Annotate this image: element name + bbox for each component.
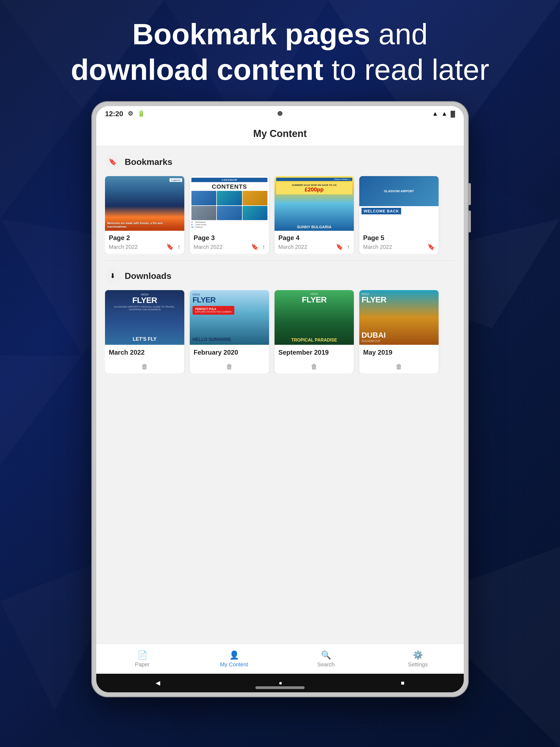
download-card-1-meta: March 2022	[105, 345, 184, 362]
delete-download-4-btn[interactable]: 🗑	[396, 363, 402, 370]
contents-title: CONTENTS	[192, 182, 268, 191]
download-card-3-delete-area: 🗑	[275, 362, 354, 373]
bookmark-card-1-actions: 🔖 ↑	[166, 243, 180, 251]
bookmark-card-3-bookmark-btn[interactable]: 🔖	[336, 243, 343, 251]
bulgaria-main-title: SUNNY BULGARIA	[276, 225, 352, 229]
download-card-2[interactable]: HIGH FLYER PERFECT PULA EXPLORE CROATIA …	[190, 290, 269, 373]
contents-grid	[192, 191, 268, 220]
bookmark-card-3-meta: Page 4 March 2022 🔖 ↑	[275, 231, 354, 254]
headline-line2: download content to read later	[22, 52, 538, 87]
nav-item-settings[interactable]: ⚙️ Settings	[372, 650, 464, 668]
loganair-cover: Loganair Memories are made with friends,…	[105, 176, 184, 231]
download-card-4-title: May 2019	[363, 349, 435, 356]
bookmark-card-3[interactable]: Balkan Holidays ⚓ SUMMER SALE NOW ON SAV…	[275, 176, 354, 254]
battery-icon: ▓	[451, 110, 455, 117]
bookmark-card-3-date-row: March 2022 🔖 ↑	[278, 243, 350, 251]
download-card-4-image: HIGH FLYER DUBAI SOLHEIM CUP	[359, 290, 439, 345]
volume-down-button[interactable]	[469, 210, 471, 232]
nav-settings-label: Settings	[408, 662, 428, 668]
bookmark-card-1[interactable]: Loganair Memories are made with friends,…	[105, 176, 184, 254]
bookmarks-row: Loganair Memories are made with friends,…	[105, 176, 455, 254]
perfect-pula-text: PERFECT PULA	[195, 308, 232, 311]
bookmark-card-1-image: Loganair Memories are made with friends,…	[105, 176, 184, 231]
delete-download-1-btn[interactable]: 🗑	[142, 363, 148, 370]
bookmark-card-1-share-btn[interactable]: ↑	[177, 243, 180, 251]
download-card-2-title: February 2020	[194, 349, 265, 356]
bulgaria-cover: Balkan Holidays ⚓ SUMMER SALE NOW ON SAV…	[275, 176, 354, 231]
contents-cell-6	[243, 206, 268, 221]
dubai-area: DUBAI SOLHEIM CUP	[361, 331, 436, 343]
bookmark-card-4[interactable]: GLASGOW AIRPORT WELCOME BACK Page 5 Marc…	[359, 176, 439, 254]
nav-paper-label: Paper	[135, 662, 149, 668]
bookmark-card-4-bookmark-btn[interactable]: 🔖	[427, 243, 435, 251]
tablet-frame: 12:20 ⚙ 🔋 ▲ ▲ ▓ My Content 🔖 Bookmarks	[91, 101, 469, 697]
hello-sunshine-text: HELLO SUNSHINE	[193, 337, 231, 342]
bookmark-card-3-actions: 🔖 ↑	[336, 243, 350, 251]
bookmarks-section: 🔖 Bookmarks Loganair Memories are made w…	[96, 146, 464, 258]
delete-download-3-btn[interactable]: 🗑	[311, 363, 317, 370]
downloads-row: HIGH FLYER GLASGOW AIRPORT'S OFFICIAL GU…	[105, 290, 455, 373]
flyer-name-3: FLYER	[302, 295, 327, 304]
flyer-name-4: FLYER	[361, 295, 436, 304]
download-card-3[interactable]: HIGH FLYER TROPICAL PARADISE September 2…	[275, 290, 354, 373]
bulgaria-promo-title: SUMMER SALE NOW ON SAVE TO 1/3	[278, 184, 351, 186]
contents-line-3: 12Features	[192, 226, 268, 228]
glasgow-airport-text: GLASGOW AIRPORT	[382, 188, 416, 195]
flyer-cover-feb20: HIGH FLYER PERFECT PULA EXPLORE CROATIA …	[190, 290, 269, 345]
bookmark-card-3-image: Balkan Holidays ⚓ SUMMER SALE NOW ON SAV…	[275, 176, 354, 231]
bookmark-card-3-page: Page 4	[278, 234, 350, 242]
tropical-paradise-area: TROPICAL PARADISE	[291, 338, 337, 343]
volume-up-button[interactable]	[469, 183, 471, 205]
bulgaria-promo: SUMMER SALE NOW ON SAVE TO 1/3 £200pp	[276, 182, 352, 195]
contents-cell-3	[243, 191, 268, 205]
contents-cell-4	[192, 206, 216, 221]
bookmark-card-1-bookmark-btn[interactable]: 🔖	[166, 243, 174, 251]
android-nav-bar: ◀ ● ■	[96, 674, 464, 692]
bookmark-card-2-share-btn[interactable]: ↑	[262, 243, 265, 251]
bookmark-card-4-actions: 🔖	[427, 243, 435, 251]
nav-item-paper[interactable]: 📄 Paper	[96, 650, 188, 668]
bookmark-card-2-meta: Page 3 March 2022 🔖 ↑	[190, 231, 269, 254]
nav-item-my-content[interactable]: 👤 My Content	[188, 650, 280, 668]
section-divider	[105, 260, 455, 261]
tablet-camera	[278, 111, 282, 116]
download-card-1[interactable]: HIGH FLYER GLASGOW AIRPORT'S OFFICIAL GU…	[105, 290, 184, 373]
battery-status-icon: 🔋	[137, 110, 145, 117]
settings-status-icon: ⚙	[128, 110, 133, 117]
bookmark-card-4-meta: Page 5 March 2022 🔖	[359, 231, 439, 254]
contents-cell-1	[192, 191, 216, 205]
bookmark-card-2[interactable]: LOGANAIR CONTENTS	[190, 176, 269, 254]
contents-line-2: 8Travel Guide	[192, 224, 268, 226]
solheim-cup-text: SOLHEIM CUP	[361, 340, 436, 343]
nav-item-search[interactable]: 🔍 Search	[280, 650, 372, 668]
android-back-btn[interactable]: ◀	[156, 679, 160, 687]
signal-icon: ▲	[441, 110, 447, 117]
downloads-section-title: Downloads	[125, 271, 172, 281]
delete-download-2-btn[interactable]: 🗑	[226, 363, 233, 370]
bookmark-card-1-meta: Page 2 March 2022 🔖 ↑	[105, 231, 184, 254]
nav-my-content-icon: 👤	[229, 650, 239, 660]
nav-search-icon: 🔍	[321, 650, 331, 660]
bookmark-card-2-image: LOGANAIR CONTENTS	[190, 176, 269, 231]
android-recents-btn[interactable]: ■	[401, 679, 404, 687]
bookmarks-section-icon: 🔖	[105, 154, 120, 170]
bookmark-card-2-bookmark-btn[interactable]: 🔖	[251, 243, 258, 251]
bookmark-card-4-image: GLASGOW AIRPORT WELCOME BACK	[359, 176, 439, 231]
status-right: ▲ ▲ ▓	[432, 110, 455, 117]
tablet-screen: 12:20 ⚙ 🔋 ▲ ▲ ▓ My Content 🔖 Bookmarks	[96, 106, 464, 692]
bookmark-card-1-date-row: March 2022 🔖 ↑	[109, 243, 180, 251]
app-title: My Content	[253, 128, 307, 139]
scroll-area[interactable]: 🔖 Bookmarks Loganair Memories are made w…	[96, 146, 464, 644]
nav-paper-icon: 📄	[137, 650, 147, 660]
android-home-btn[interactable]: ●	[279, 679, 282, 687]
bookmark-card-3-share-btn[interactable]: ↑	[347, 243, 350, 251]
download-card-4[interactable]: HIGH FLYER DUBAI SOLHEIM CUP May 2019	[359, 290, 439, 373]
loganair-logo-area: Loganair	[107, 178, 182, 182]
lets-fly-text: LET'S FLY	[133, 336, 157, 342]
bookmarks-section-header: 🔖 Bookmarks	[105, 154, 455, 170]
bulgaria-header: Balkan Holidays ⚓	[276, 178, 352, 181]
tropical-paradise-text: TROPICAL PARADISE	[291, 338, 337, 343]
nav-settings-icon: ⚙️	[413, 650, 423, 660]
bookmark-card-2-page: Page 3	[194, 234, 265, 242]
download-card-3-image: HIGH FLYER TROPICAL PARADISE	[275, 290, 354, 345]
